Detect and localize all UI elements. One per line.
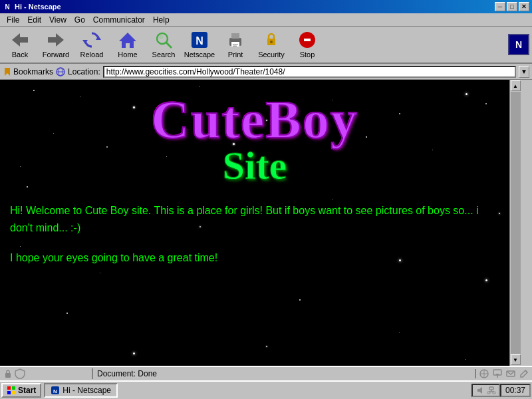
svg-line-33 — [525, 370, 527, 372]
toolbar: Back Forward Reload Home — [0, 27, 532, 64]
status-bar: Document: Done — [0, 366, 532, 380]
taskbar-item-netscape[interactable]: N Hi - Netscape — [44, 383, 118, 398]
window-title: Hi - Netscape — [15, 3, 495, 11]
welcome-text: Hi! Welcome to Cute Boy site. This is a … — [10, 202, 499, 236]
svg-rect-1 — [20, 37, 28, 43]
status-connect-icon — [479, 368, 489, 379]
netscape-button[interactable]: N Netscape — [182, 28, 217, 61]
menu-communicator[interactable]: Communicator — [89, 14, 149, 26]
forward-label: Forward — [43, 51, 69, 59]
search-button[interactable]: Search — [146, 28, 181, 61]
site-title-line1: CuteBoy — [10, 93, 499, 146]
site-title-line2: Site — [10, 143, 499, 189]
scroll-track[interactable] — [511, 92, 521, 354]
svg-rect-3 — [48, 37, 56, 43]
svg-rect-45 — [493, 392, 495, 394]
svg-marker-0 — [12, 33, 20, 47]
clock: 00:37 — [500, 384, 531, 397]
status-shield-icon — [15, 368, 25, 379]
window-controls: ─ □ ✕ — [495, 2, 529, 11]
title-bar: N Hi - Netscape ─ □ ✕ — [0, 0, 532, 13]
location-bar: Bookmarks Location: ▼ — [0, 64, 532, 80]
status-edit-icon — [519, 368, 529, 379]
start-label: Start — [18, 386, 36, 395]
svg-marker-21 — [5, 68, 10, 76]
svg-rect-36 — [7, 391, 11, 394]
netscape-label: Netscape — [184, 51, 215, 59]
back-button[interactable]: Back — [3, 28, 37, 61]
svg-rect-16 — [233, 46, 237, 47]
windows-logo-icon — [7, 386, 16, 395]
security-icon — [262, 31, 281, 49]
forward-icon — [47, 31, 65, 49]
netscape-logo: N — [508, 34, 529, 55]
start-button[interactable]: Start — [1, 383, 41, 398]
home-label: Home — [118, 51, 137, 59]
svg-marker-2 — [56, 33, 64, 47]
menu-help[interactable]: Help — [149, 14, 174, 26]
scroll-up-button[interactable]: ▲ — [511, 80, 521, 91]
svg-rect-13 — [231, 33, 239, 39]
stop-icon — [298, 31, 317, 49]
menu-file[interactable]: File — [3, 14, 23, 26]
svg-rect-41 — [489, 387, 493, 390]
stop-label: Stop — [300, 51, 315, 59]
print-label: Print — [228, 51, 243, 59]
print-button[interactable]: Print — [218, 28, 253, 61]
menu-view[interactable]: View — [45, 14, 70, 26]
svg-rect-34 — [7, 386, 11, 390]
security-label: Security — [258, 51, 285, 59]
home-icon — [118, 31, 137, 49]
stop-button[interactable]: Stop — [290, 28, 325, 61]
menu-edit[interactable]: Edit — [23, 14, 45, 26]
svg-point-18 — [270, 41, 273, 43]
vertical-scrollbar[interactable]: ▲ ▼ — [509, 80, 521, 366]
svg-rect-25 — [5, 373, 11, 378]
system-tray — [471, 384, 500, 397]
svg-marker-40 — [477, 387, 482, 394]
svg-text:N: N — [196, 35, 203, 47]
forward-button[interactable]: Forward — [39, 28, 73, 61]
reload-icon — [82, 31, 101, 49]
status-icons-right — [476, 368, 532, 379]
back-label: Back — [12, 51, 28, 59]
svg-rect-20 — [304, 39, 311, 41]
status-icons-left — [0, 368, 93, 379]
svg-rect-35 — [12, 386, 15, 390]
status-text: Document: Done — [93, 369, 476, 378]
print-icon — [226, 31, 245, 49]
location-icon — [56, 67, 65, 76]
taskbar-item-label: Hi - Netscape — [63, 386, 111, 395]
svg-rect-15 — [233, 44, 238, 45]
menu-go[interactable]: Go — [70, 14, 89, 26]
location-arrow-button[interactable]: ▼ — [519, 66, 529, 78]
bookmarks-icon — [3, 67, 12, 76]
netscape-icon: N — [190, 31, 209, 49]
taskbar-items: N Hi - Netscape — [41, 383, 471, 398]
security-button[interactable]: Security — [254, 28, 289, 61]
status-lock-icon — [3, 368, 13, 379]
tray-volume-icon — [475, 386, 485, 395]
svg-text:N: N — [53, 388, 57, 394]
svg-line-8 — [166, 43, 172, 48]
bookmarks-button[interactable]: Bookmarks — [3, 67, 53, 76]
location-label: Location: — [68, 67, 100, 76]
url-input[interactable] — [103, 66, 516, 78]
minimize-button[interactable]: ─ — [495, 2, 505, 11]
back-icon — [11, 31, 29, 49]
close-button[interactable]: ✕ — [519, 2, 529, 11]
maximize-button[interactable]: □ — [507, 2, 517, 11]
reload-button[interactable]: Reload — [74, 28, 109, 61]
home-button[interactable]: Home — [110, 28, 145, 61]
status-mail-icon — [505, 368, 516, 379]
reload-label: Reload — [80, 51, 104, 59]
scroll-down-button[interactable]: ▼ — [511, 354, 521, 365]
search-icon — [154, 31, 173, 49]
search-label: Search — [152, 51, 176, 59]
status-download-icon — [492, 368, 503, 379]
taskbar-netscape-icon: N — [51, 386, 60, 395]
svg-point-9 — [159, 35, 163, 39]
web-content: CuteBoy Site Hi! Welcome to Cute Boy sit… — [0, 80, 521, 366]
taskbar: Start N Hi - Netscape 00:37 — [0, 380, 532, 399]
app-icon: N — [3, 2, 12, 11]
